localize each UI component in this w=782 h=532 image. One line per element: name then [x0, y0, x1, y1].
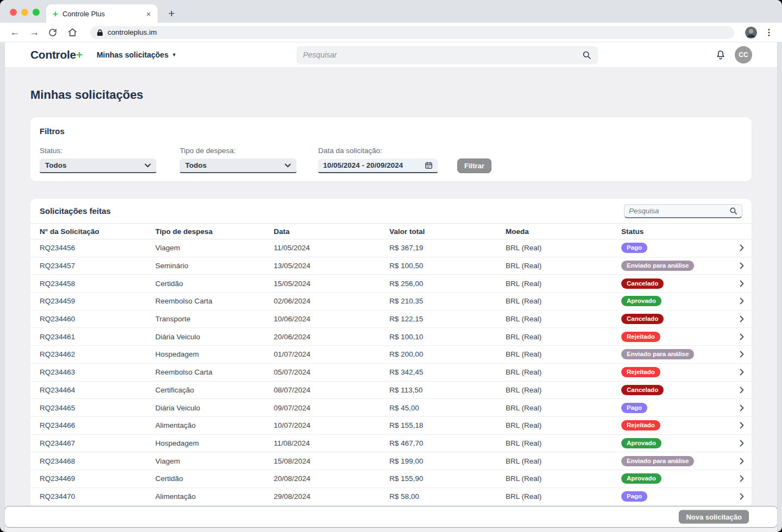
- status-badge: Pago: [621, 243, 647, 253]
- table-row[interactable]: RQ234465 Diária Veiculo 09/07/2024 R$ 45…: [30, 399, 752, 417]
- browser-toolbar: ← → controleplus.im: [0, 23, 782, 42]
- chevron-right-icon[interactable]: [740, 280, 744, 287]
- calendar-icon[interactable]: [425, 161, 433, 169]
- app-header: Controle+ Minhas solicitações ▼: [5, 42, 777, 68]
- chevron-right-icon[interactable]: [740, 440, 744, 447]
- browser-profile-avatar[interactable]: [745, 27, 757, 39]
- home-icon[interactable]: [67, 27, 79, 37]
- address-bar[interactable]: controleplus.im: [90, 26, 734, 39]
- date-range-value: 10/05/2024 - 20/09/2024: [323, 161, 403, 169]
- app-logo[interactable]: Controle+: [30, 48, 83, 61]
- table-row[interactable]: RQ234470 Alimentação 29/08/2024 R$ 58,00…: [30, 488, 752, 506]
- col-currency: Moeda: [506, 227, 621, 236]
- global-search-input[interactable]: [303, 50, 582, 59]
- lock-icon: [97, 29, 103, 36]
- minimize-window-button[interactable]: [21, 9, 28, 16]
- table-row[interactable]: RQ234458 Certidão 15/05/2024 R$ 256,00 B…: [30, 275, 752, 293]
- search-icon[interactable]: [582, 50, 591, 60]
- currency: BRL (Real): [506, 492, 621, 501]
- requests-table-body: RQ234456 Viagem 11/05/2024 R$ 367,19 BRL…: [30, 239, 752, 505]
- filter-button[interactable]: Filtrar: [457, 159, 491, 173]
- chevron-right-icon[interactable]: [740, 422, 744, 429]
- table-row[interactable]: RQ234456 Viagem 11/05/2024 R$ 367,19 BRL…: [30, 239, 752, 257]
- expense-type-filter-value: Todos: [185, 161, 207, 169]
- currency: BRL (Real): [506, 315, 621, 323]
- new-tab-button[interactable]: +: [165, 7, 179, 21]
- status-badge: Rejeitado: [621, 367, 660, 377]
- status-badge: Rejeitado: [621, 420, 660, 430]
- global-search[interactable]: [297, 46, 598, 64]
- filters-card: Filtros Status: Todos Tipo de despesa:: [30, 117, 752, 181]
- request-date: 10/07/2024: [274, 421, 389, 429]
- total-value: R$ 210,35: [389, 297, 506, 305]
- table-row[interactable]: RQ234467 Hospedagem 11/08/2024 R$ 467,70…: [30, 435, 752, 453]
- request-date: 09/07/2024: [274, 404, 389, 412]
- chevron-right-icon[interactable]: [740, 458, 744, 465]
- status-filter-select[interactable]: Todos: [40, 159, 156, 173]
- table-row[interactable]: RQ234461 Diária Veiculo 20/06/2024 R$ 10…: [30, 328, 752, 346]
- chevron-right-icon[interactable]: [740, 244, 744, 251]
- table-row[interactable]: RQ234457 Seminário 13/05/2024 R$ 100,50 …: [30, 257, 752, 275]
- table-row[interactable]: RQ234466 Alimentação 10/07/2024 R$ 155,1…: [30, 417, 752, 435]
- forward-icon[interactable]: →: [28, 27, 40, 38]
- back-icon[interactable]: ←: [9, 27, 21, 38]
- date-range-field[interactable]: 10/05/2024 - 20/09/2024: [318, 159, 438, 173]
- status-badge: Enviado para análise: [621, 349, 694, 359]
- nav-minhas-solicitacoes[interactable]: Minhas solicitações ▼: [97, 50, 176, 59]
- request-date: 11/05/2024: [274, 244, 389, 252]
- table-row[interactable]: RQ234462 Hospedagem 01/07/2024 R$ 200,00…: [30, 346, 752, 364]
- request-id: RQ234461: [40, 333, 155, 341]
- chevron-right-icon[interactable]: [740, 493, 744, 500]
- chevron-right-icon[interactable]: [740, 404, 744, 411]
- reload-icon[interactable]: [48, 28, 60, 37]
- bell-icon[interactable]: [715, 49, 726, 61]
- table-row[interactable]: RQ234464 Certificação 08/07/2024 R$ 113,…: [30, 382, 752, 400]
- table-row[interactable]: RQ234459 Reembolso Carta 02/06/2024 R$ 2…: [30, 293, 752, 311]
- close-window-button[interactable]: [10, 9, 17, 16]
- expense-type: Reembolso Carta: [155, 297, 274, 305]
- request-id: RQ234463: [40, 368, 155, 376]
- chevron-right-icon[interactable]: [740, 387, 744, 394]
- total-value: R$ 199,00: [389, 457, 506, 465]
- chevron-right-icon[interactable]: [740, 369, 744, 376]
- tab-close-icon[interactable]: ×: [146, 9, 151, 18]
- expense-type: Hospedagem: [155, 350, 274, 358]
- total-value: R$ 45,00: [389, 404, 506, 412]
- requests-title: Solicitações feitas: [40, 206, 111, 216]
- url-text: controleplus.im: [108, 28, 157, 36]
- table-row[interactable]: RQ234468 Viagem 15/08/2024 R$ 199,00 BRL…: [30, 452, 752, 470]
- search-icon[interactable]: [729, 207, 737, 215]
- expense-type: Hospedagem: [155, 439, 274, 447]
- table-row[interactable]: RQ234460 Transporte 10/06/2024 R$ 122,15…: [30, 311, 752, 328]
- user-avatar[interactable]: CC: [735, 46, 752, 64]
- total-value: R$ 122,15: [389, 315, 506, 323]
- status-badge: Cancelado: [621, 314, 664, 324]
- total-value: R$ 113,50: [389, 386, 506, 394]
- bottom-action-bar: Nova solicitação: [4, 506, 778, 528]
- table-search-input[interactable]: [629, 207, 726, 215]
- currency: BRL (Real): [506, 280, 621, 288]
- chevron-right-icon[interactable]: [740, 333, 744, 340]
- expense-type: Reembolso Carta: [155, 368, 274, 376]
- table-search[interactable]: [624, 204, 742, 218]
- table-row[interactable]: RQ234463 Reembolso Carta 05/07/2024 R$ 3…: [30, 364, 752, 382]
- status-filter-label: Status:: [40, 147, 180, 155]
- status-badge: Enviado para análise: [621, 456, 694, 466]
- chevron-right-icon[interactable]: [740, 475, 744, 482]
- table-row[interactable]: RQ234469 Certidão 20/08/2024 R$ 155,90 B…: [30, 470, 752, 488]
- chevron-right-icon[interactable]: [740, 297, 744, 305]
- new-request-button[interactable]: Nova solicitação: [679, 510, 749, 524]
- expense-type: Viagem: [155, 244, 274, 252]
- browser-menu-icon[interactable]: ⋮: [765, 27, 773, 37]
- col-status: Status: [621, 227, 729, 236]
- request-id: RQ234467: [40, 439, 155, 447]
- expense-type-filter-select[interactable]: Todos: [180, 159, 297, 173]
- zoom-window-button[interactable]: [33, 9, 40, 16]
- request-id: RQ234469: [40, 474, 155, 483]
- browser-tab[interactable]: + Controle Plus ×: [46, 4, 157, 23]
- chevron-right-icon[interactable]: [740, 315, 744, 322]
- chevron-right-icon[interactable]: [740, 351, 744, 358]
- currency: BRL (Real): [506, 457, 621, 465]
- browser-window: + Controle Plus × + ← → contro: [0, 0, 782, 532]
- chevron-right-icon[interactable]: [740, 262, 744, 269]
